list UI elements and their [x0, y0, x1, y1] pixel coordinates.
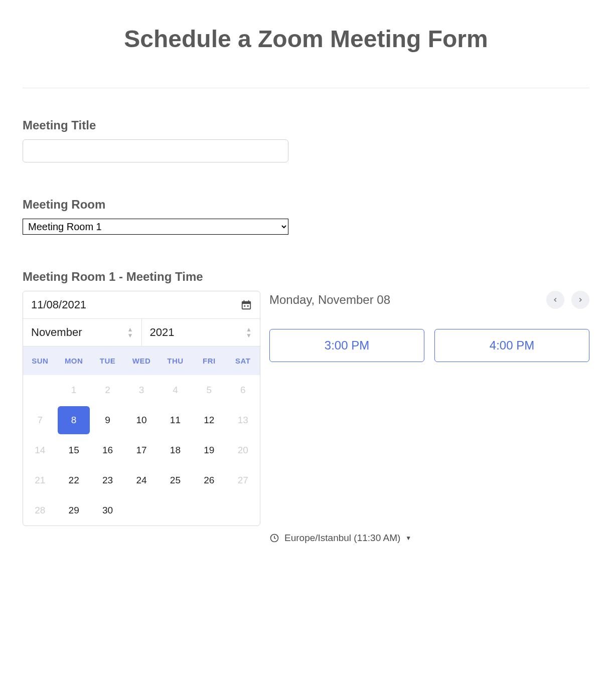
calendar-day[interactable]: 25: [159, 465, 192, 495]
calendar-day[interactable]: 10: [124, 405, 158, 435]
chevron-left-icon: [552, 296, 559, 303]
calendar-grid: 1234567891011121314151617181920212223242…: [23, 375, 260, 526]
date-input[interactable]: 11/08/2021: [23, 291, 260, 319]
calendar-dow-cell: THU: [159, 357, 192, 365]
next-day-button[interactable]: [571, 291, 589, 309]
meeting-title-input[interactable]: [23, 139, 288, 162]
calendar-day[interactable]: 9: [91, 405, 124, 435]
svg-rect-5: [247, 305, 249, 307]
year-label: 2021: [150, 326, 175, 339]
year-down-icon[interactable]: ▼: [246, 333, 252, 338]
prev-day-button[interactable]: [546, 291, 564, 309]
date-value: 11/08/2021: [31, 298, 86, 311]
calendar-day: 28: [23, 495, 57, 526]
calendar-dow-cell: SAT: [226, 357, 260, 365]
calendar-day: 3: [124, 375, 158, 405]
calendar-day: 4: [159, 375, 192, 405]
meeting-room-label: Meeting Room: [23, 198, 589, 212]
year-spinners: ▲ ▼: [246, 327, 252, 338]
calendar-day: 20: [226, 435, 260, 465]
calendar-dow-header: SUNMONTUEWEDTHUFRISAT: [23, 346, 260, 375]
calendar-day: 13: [226, 405, 260, 435]
clock-icon: [269, 533, 279, 543]
meeting-time-label: Meeting Room 1 - Meeting Time: [23, 270, 589, 284]
calendar-day: [192, 495, 226, 526]
calendar-day: 5: [192, 375, 226, 405]
calendar-day: [159, 495, 192, 526]
divider: [23, 88, 589, 88]
month-label: November: [31, 326, 82, 339]
calendar-day[interactable]: 23: [91, 465, 124, 495]
calendar-day[interactable]: 19: [192, 435, 226, 465]
month-selector[interactable]: November ▲ ▼: [23, 319, 142, 346]
calendar-day[interactable]: 8: [57, 405, 90, 435]
month-up-icon[interactable]: ▲: [127, 327, 133, 332]
calendar-day[interactable]: 29: [57, 495, 90, 526]
timezone-selector[interactable]: Europe/Istanbul (11:30 AM) ▼: [269, 533, 589, 544]
calendar-day[interactable]: 11: [159, 405, 192, 435]
calendar-day[interactable]: 24: [124, 465, 158, 495]
calendar-day[interactable]: 16: [91, 435, 124, 465]
caret-down-icon: ▼: [405, 535, 411, 542]
calendar-day: 14: [23, 435, 57, 465]
page-title: Schedule a Zoom Meeting Form: [23, 25, 589, 53]
calendar: 11/08/2021 November ▲ ▼ 2021: [23, 291, 260, 526]
month-down-icon[interactable]: ▼: [127, 333, 133, 338]
calendar-day: 1: [57, 375, 90, 405]
month-spinners: ▲ ▼: [127, 327, 133, 338]
meeting-room-select[interactable]: Meeting Room 1: [23, 219, 288, 235]
calendar-day: 2: [91, 375, 124, 405]
calendar-dow-cell: SUN: [23, 357, 57, 365]
time-panel: Monday, November 08: [269, 291, 589, 544]
timezone-text: Europe/Istanbul (11:30 AM): [284, 533, 400, 544]
calendar-day: [226, 495, 260, 526]
chevron-right-icon: [577, 296, 584, 303]
selected-date-display: Monday, November 08: [269, 293, 390, 307]
calendar-day: 27: [226, 465, 260, 495]
calendar-day: 21: [23, 465, 57, 495]
meeting-title-label: Meeting Title: [23, 118, 589, 132]
calendar-day[interactable]: 12: [192, 405, 226, 435]
svg-rect-4: [244, 305, 245, 307]
calendar-icon: [241, 299, 252, 310]
time-slots: 3:00 PM4:00 PM: [269, 329, 589, 362]
time-slot-button[interactable]: 3:00 PM: [269, 329, 424, 362]
calendar-day: 7: [23, 405, 57, 435]
calendar-dow-cell: FRI: [192, 357, 226, 365]
calendar-day[interactable]: 15: [57, 435, 90, 465]
calendar-dow-cell: TUE: [91, 357, 124, 365]
svg-rect-1: [242, 302, 251, 304]
year-selector[interactable]: 2021 ▲ ▼: [142, 319, 260, 346]
calendar-dow-cell: MON: [57, 357, 90, 365]
calendar-day[interactable]: 18: [159, 435, 192, 465]
calendar-day: [124, 495, 158, 526]
year-up-icon[interactable]: ▲: [246, 327, 252, 332]
calendar-day[interactable]: 30: [91, 495, 124, 526]
calendar-day[interactable]: 26: [192, 465, 226, 495]
calendar-day: [23, 375, 57, 405]
calendar-day: 6: [226, 375, 260, 405]
time-slot-button[interactable]: 4:00 PM: [434, 329, 589, 362]
calendar-day[interactable]: 22: [57, 465, 90, 495]
calendar-dow-cell: WED: [124, 357, 158, 365]
calendar-day[interactable]: 17: [124, 435, 158, 465]
